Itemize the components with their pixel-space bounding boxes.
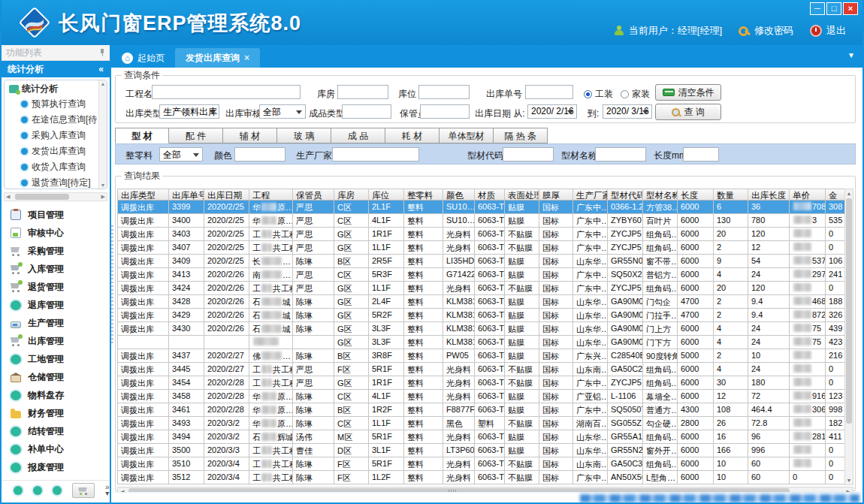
manufacturer-input[interactable] <box>332 147 419 161</box>
sidebar-item-cart-out[interactable]: 出库管理 <box>2 332 110 350</box>
sidebar-item-dot[interactable]: 结转管理 <box>2 422 110 440</box>
close-button[interactable]: × <box>843 2 858 15</box>
maximize-button[interactable]: □ <box>826 2 841 15</box>
table-row[interactable]: 调拨出库34932020/3/2华原…陈琳C区1L1F整料黑色塑料不贴膜国标湖南… <box>118 417 853 430</box>
tree-scrollbar[interactable]: ▲ ▼ <box>98 80 107 189</box>
color-input[interactable] <box>234 147 285 161</box>
audit-select[interactable]: 全部 <box>259 104 306 119</box>
table-row[interactable]: 调拨出库34242020/2/26工共工程严思G区1L1F整料光身料6063-T… <box>118 282 853 295</box>
minimize-button[interactable]: ─ <box>810 2 825 15</box>
tree-item[interactable]: 预算执行查询 <box>5 96 107 112</box>
table-row[interactable]: 调拨出库34072020/2/25工共工程严思G区1L1F整料光身料6063-T… <box>118 241 853 255</box>
profile-code-input[interactable] <box>503 147 554 161</box>
sidebar-item-dot[interactable]: 工地管理 <box>2 350 110 368</box>
column-header[interactable]: 出库单号 <box>169 189 204 200</box>
column-header[interactable]: 数量 <box>714 189 748 200</box>
column-header[interactable]: 库房 <box>334 189 369 200</box>
table-row[interactable]: 调拨出库34582020/2/28华原…陈琳C区4L1F整料光身料6063-T5… <box>118 390 853 403</box>
tree-item[interactable]: 收货入库查询 <box>5 159 107 175</box>
column-header[interactable]: 膜厚 <box>539 189 573 200</box>
tree-item[interactable]: 在途信息查询[待 <box>5 112 107 128</box>
location-input[interactable] <box>418 85 470 99</box>
cart-button[interactable] <box>72 483 95 498</box>
profile-name-input[interactable] <box>595 147 646 161</box>
dot-icon[interactable] <box>33 486 42 495</box>
date-to-picker[interactable]: 2020/ 3/16 <box>603 104 652 119</box>
whole-part-select[interactable]: 全部 <box>159 147 203 161</box>
column-header[interactable]: 颜色 <box>443 189 475 200</box>
table-row[interactable]: 调拨出库34452020/2/27工共工程严思F区5R1F整料光身料6063-T… <box>118 363 853 376</box>
table-row[interactable]: 调拨出库34092020/2/25长…陈琳B区2R5F整料LI35HD6063-… <box>118 255 853 268</box>
clear-conditions-button[interactable]: 清空条件 <box>655 84 721 101</box>
sidebar-item-cart[interactable]: 采购管理 <box>2 242 110 260</box>
column-header[interactable]: 型材代码 <box>608 189 643 200</box>
table-row[interactable]: 调拨出库34002020/2/25华原…严思C区4L1F整料SU10…6063-… <box>118 214 853 228</box>
table-row[interactable]: 调拨出库34542020/2/28工共工程严思G区1R1F整料光身料6063-T… <box>118 376 853 390</box>
tree-item[interactable]: 发货出库查询 <box>5 143 107 159</box>
material-tab-0[interactable]: 型 材 <box>115 128 169 143</box>
radio-jiazhuang[interactable]: 家装 <box>621 88 650 101</box>
order-no-input[interactable] <box>525 85 573 99</box>
column-header[interactable]: 型材名称 <box>643 189 678 200</box>
material-tab-4[interactable]: 成 品 <box>331 128 385 143</box>
tree-item[interactable]: 退货查询[待定] <box>5 175 107 189</box>
tree-root[interactable]: 统计分析 <box>5 80 107 96</box>
warehouse-input[interactable] <box>337 85 388 99</box>
column-header[interactable]: 材质 <box>475 189 505 200</box>
table-row[interactable]: 调拨出库33992020/2/25华原…严思C区2L1F整料SU10…6063-… <box>118 201 853 214</box>
column-header[interactable]: 库位 <box>369 189 404 200</box>
scrollbar-thumb[interactable] <box>846 198 852 424</box>
tab-list-dropdown-icon[interactable]: ▼ <box>847 51 855 59</box>
table-row[interactable]: 调拨出库35102020/3/4工共工程陈琳F区5R1F整料光身料6063-T5… <box>118 457 853 471</box>
pin-icon[interactable] <box>99 49 105 56</box>
column-header[interactable]: 整零料 <box>404 189 443 200</box>
table-row[interactable]: 调拨出库34372020/2/27佛…陈琳B区3R8F整料PW056063-T5… <box>118 349 853 363</box>
sidebar-item-warehouse[interactable]: 仓储管理 <box>2 368 110 386</box>
column-header[interactable]: 工程 <box>249 189 293 200</box>
column-header[interactable]: 出库长度 <box>748 189 790 200</box>
sidebar-item-production[interactable]: 生产管理 <box>2 314 110 332</box>
length-input[interactable] <box>683 147 719 161</box>
change-password-button[interactable]: 修改密码 <box>739 24 793 38</box>
column-header[interactable]: 出库类型 <box>118 189 169 200</box>
table-row[interactable]: 调拨出库34942020/3/2石辉城汤伟M区5R1F整料光身料6063-T5贴… <box>118 430 853 444</box>
column-header[interactable]: 长度 <box>678 189 714 200</box>
search-button[interactable]: 查 询 <box>655 104 721 120</box>
sidebar-item-clipboard-check[interactable]: 审核中心 <box>2 224 110 242</box>
date-from-picker[interactable]: 2020/ 2/16 <box>527 104 577 119</box>
tab-shipping-out-query[interactable]: 发货出库查询 × <box>175 48 260 68</box>
column-header[interactable]: 保管员 <box>293 189 334 200</box>
column-header[interactable]: 出库日期 <box>204 189 249 200</box>
radio-gongzhuang[interactable]: 工装 <box>584 88 613 101</box>
splitter-handle[interactable] <box>111 225 113 346</box>
keeper-input[interactable] <box>420 104 470 119</box>
material-tab-3[interactable]: 玻 璃 <box>277 128 331 143</box>
material-tab-6[interactable]: 单体型材 <box>440 128 494 143</box>
product-type-input[interactable] <box>342 104 391 119</box>
tab-home[interactable]: ⌂ 起始页 <box>111 48 175 68</box>
logout-button[interactable]: 退出 <box>810 24 846 38</box>
column-header[interactable]: 生产厂家 <box>573 189 608 200</box>
table-row[interactable]: 调拨出库34612020/2/28华原…陈琳B区1R2F整料F8877FT606… <box>118 403 853 417</box>
sidebar-item-dot[interactable]: 报废管理 <box>2 458 110 476</box>
material-tab-7[interactable]: 隔 热 条 <box>494 128 548 143</box>
material-tab-2[interactable]: 辅 材 <box>223 128 277 143</box>
out-type-select[interactable]: 生产领料出库 <box>159 104 219 119</box>
table-row[interactable]: G区3L3F整料KLM38176063-T5贴膜国标山东华…GA90M09.门下… <box>118 336 853 349</box>
table-row[interactable]: 调拨出库34132020/2/26南…严思C区5R3F整料G714226063-… <box>118 268 853 282</box>
more-chevron-icon[interactable]: »▾ <box>105 484 110 496</box>
table-row[interactable]: 调拨出库34282020/2/26石城陈琳G区2L4F整料KLM38176063… <box>118 295 853 309</box>
sidebar-item-dot[interactable]: 物料盘存 <box>2 386 110 404</box>
table-row[interactable]: 调拨出库34302020/2/26石城陈琳G区3L3F整料KLM38176063… <box>118 322 853 336</box>
dot-icon[interactable] <box>53 486 62 495</box>
sidebar-item-clipboard[interactable]: 项目管理 <box>2 206 110 224</box>
dot-icon[interactable] <box>14 486 23 495</box>
table-row[interactable]: 调拨出库34292020/2/26石城陈琳G区5R2F整料KLM38176063… <box>118 309 853 322</box>
material-tab-5[interactable]: 耗 材 <box>385 128 440 143</box>
sidebar-item-dot[interactable]: 退库管理 <box>2 296 110 314</box>
tab-close-icon[interactable]: × <box>244 53 249 63</box>
sidebar-item-dot[interactable]: 补单中心 <box>2 440 110 458</box>
collapse-icon[interactable]: « <box>98 61 104 77</box>
tree-item[interactable]: 采购入库查询 <box>5 128 107 143</box>
vertical-scrollbar[interactable]: ▲ ▼ <box>844 189 853 485</box>
